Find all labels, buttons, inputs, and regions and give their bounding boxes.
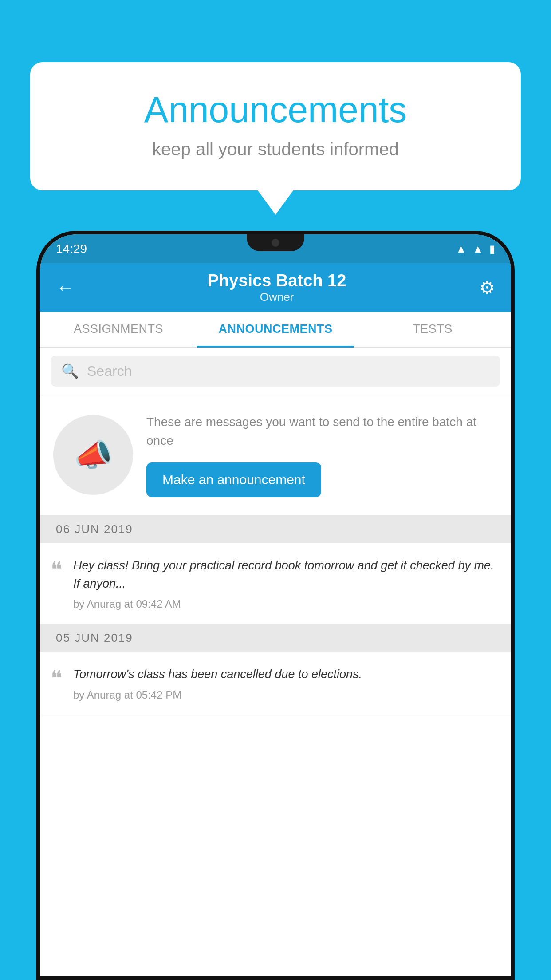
bubble-tail [258, 190, 293, 215]
announcement-item-1[interactable]: ❝ Hey class! Bring your practical record… [40, 543, 511, 624]
header-center: Physics Batch 12 Owner [75, 271, 479, 304]
battery-icon: ▮ [489, 243, 495, 255]
tab-assignments[interactable]: ASSIGNMENTS [40, 312, 197, 348]
back-button[interactable]: ← [56, 277, 75, 298]
announcement-text-wrap-1: Hey class! Bring your practical record b… [73, 557, 498, 610]
settings-icon[interactable]: ⚙ [479, 277, 495, 298]
announcement-text-2: Tomorrow's class has been cancelled due … [73, 665, 498, 684]
owner-label: Owner [75, 290, 479, 304]
announcement-text-wrap-2: Tomorrow's class has been cancelled due … [73, 665, 498, 701]
date-separator-1: 06 JUN 2019 [40, 515, 511, 543]
megaphone-circle: 📣 [53, 415, 133, 495]
tab-announcements[interactable]: ANNOUNCEMENTS [197, 312, 354, 348]
volume-button [36, 323, 38, 359]
search-placeholder: Search [87, 363, 132, 379]
main-content: 🔍 Search 📣 These are messages you want t… [40, 348, 511, 715]
promo-description: These are messages you want to send to t… [146, 413, 498, 450]
speech-bubble-card: Announcements keep all your students inf… [30, 62, 521, 190]
announcement-meta-1: by Anurag at 09:42 AM [73, 598, 498, 610]
power-button [513, 359, 515, 412]
tab-tests[interactable]: TESTS [354, 312, 511, 348]
announcement-meta-2: by Anurag at 05:42 PM [73, 689, 498, 701]
megaphone-icon: 📣 [74, 437, 113, 473]
bubble-subtitle: keep all your students informed [52, 139, 499, 159]
batch-title: Physics Batch 12 [75, 271, 479, 290]
announcement-text-1: Hey class! Bring your practical record b… [73, 557, 498, 593]
phone-screen: 14:29 ▲ ▲ ▮ ← Physics Batch 12 Owner ⚙ A… [40, 234, 511, 976]
status-time: 14:29 [56, 242, 87, 256]
make-announcement-button[interactable]: Make an announcement [146, 462, 321, 497]
phone-notch [247, 234, 304, 251]
quote-icon-1: ❝ [51, 558, 63, 581]
tab-bar: ASSIGNMENTS ANNOUNCEMENTS TESTS [40, 312, 511, 348]
bubble-title: Announcements [52, 89, 499, 130]
signal-icon: ▲ [472, 243, 483, 255]
wifi-icon: ▲ [456, 243, 466, 255]
app-header: ← Physics Batch 12 Owner ⚙ [40, 263, 511, 312]
announcement-item-2[interactable]: ❝ Tomorrow's class has been cancelled du… [40, 652, 511, 715]
search-input[interactable]: 🔍 Search [51, 356, 500, 387]
promo-section: 📣 These are messages you want to send to… [40, 395, 511, 515]
search-section: 🔍 Search [40, 348, 511, 395]
date-separator-2: 05 JUN 2019 [40, 624, 511, 652]
promo-content: These are messages you want to send to t… [146, 413, 498, 497]
search-icon: 🔍 [61, 363, 79, 379]
quote-icon-2: ❝ [51, 667, 63, 689]
front-camera [272, 239, 279, 247]
status-icons: ▲ ▲ ▮ [456, 243, 495, 255]
speech-bubble-section: Announcements keep all your students inf… [30, 62, 521, 215]
phone-frame: 14:29 ▲ ▲ ▮ ← Physics Batch 12 Owner ⚙ A… [36, 231, 515, 980]
